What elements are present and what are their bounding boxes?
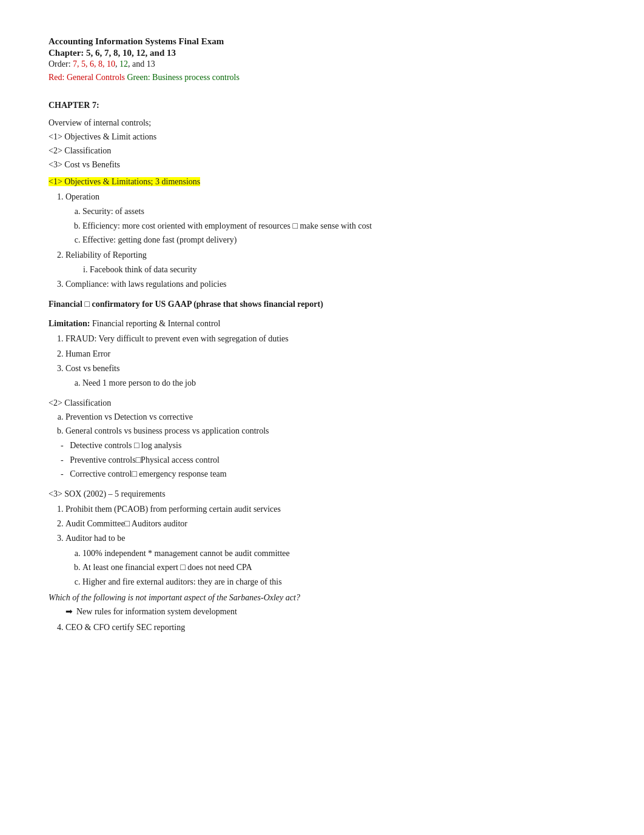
reliability-subitems: Facebook think of data security xyxy=(65,263,595,277)
operation-a-text: Security: of assets xyxy=(82,207,144,216)
order-12: 12 xyxy=(119,59,128,69)
reliability-label: Reliability of Reporting xyxy=(65,250,147,260)
classification-a: Prevention vs Detection vs corrective xyxy=(65,411,595,424)
sox-list-4: CEO & CFO certify SEC reporting xyxy=(49,621,595,634)
limitation-2: Human Error xyxy=(65,347,595,361)
limitation-list: FRAUD: Very difficult to prevent even wi… xyxy=(49,332,595,391)
sox-3c: Higher and fire external auditors: they … xyxy=(82,575,595,589)
classification-label: <2> Classification xyxy=(49,397,595,409)
main-title: Accounting Information Systems Final Exa… xyxy=(49,36,595,47)
classification-list: Prevention vs Detection vs corrective Ge… xyxy=(49,411,595,438)
financial-line: Financial □ confirmatory for US GAAP (ph… xyxy=(49,298,595,311)
limitation-1: FRAUD: Very difficult to prevent even wi… xyxy=(65,332,595,346)
operation-subitems: Security: of assets Efficiency: more cos… xyxy=(65,205,595,247)
legend-red: Red: General Controls xyxy=(49,73,125,82)
operation-item: Operation Security: of assets Efficiency… xyxy=(65,190,595,247)
dash-detective: Detective controls □ log analysis xyxy=(61,439,595,452)
limitation-label: Limitation: xyxy=(49,319,90,328)
page-title: Accounting Information Systems Final Exa… xyxy=(49,36,595,69)
dash-preventive: Preventive controls□Physical access cont… xyxy=(61,454,595,467)
limitation-3a-text: Need 1 more person to do the job xyxy=(82,378,196,387)
main-list: Operation Security: of assets Efficiency… xyxy=(49,190,595,292)
sox-3b-text: At least one financial expert □ does not… xyxy=(82,563,252,572)
sox-3a: 100% independent * management cannot be … xyxy=(82,547,595,560)
classification-a-text: Prevention vs Detection vs corrective xyxy=(65,412,193,421)
operation-a: Security: of assets xyxy=(82,205,595,218)
limitation-3: Cost vs benefits Need 1 more person to d… xyxy=(65,362,595,391)
sox-1-text: Prohibit them (PCAOB) from performing ce… xyxy=(65,505,281,514)
compliance-text: Compliance: with laws regulations and po… xyxy=(65,280,227,289)
operation-b-text: Efficiency: more cost oriented with empl… xyxy=(82,221,372,230)
dash-corrective: Corrective control□ emergency response t… xyxy=(61,468,595,481)
objectives-highlight: <1> Objectives & Limitations; 3 dimensio… xyxy=(49,177,200,186)
legend-green: Green: Business process controls xyxy=(125,73,240,82)
classification-section: <2> Classification Prevention vs Detecti… xyxy=(49,397,595,481)
objectives-highlight-wrapper: <1> Objectives & Limitations; 3 dimensio… xyxy=(49,177,595,187)
sox-arrow-item: ➡ New rules for information system devel… xyxy=(65,605,595,619)
arrow-icon: ➡ xyxy=(65,605,73,619)
compliance-item: Compliance: with laws regulations and po… xyxy=(65,278,595,291)
order-numbers: 7, 5, 6, 8, 10 xyxy=(73,59,115,69)
item-1: <1> Objectives & Limit actions xyxy=(49,130,595,143)
order-label: Order: xyxy=(49,59,73,69)
item-3: <3> Cost vs Benefits xyxy=(49,158,595,171)
sox-arrow-text: New rules for information system develop… xyxy=(76,605,237,619)
overview-text: Overview of internal controls; xyxy=(49,116,595,129)
limitation-3-text: Cost vs benefits xyxy=(65,364,119,373)
sox-2: Audit Committee□ Auditors auditor xyxy=(65,517,595,531)
limitation-header: Limitation: Financial reporting & Intern… xyxy=(49,317,595,330)
operation-label: Operation xyxy=(65,192,99,201)
limitation-1-text: FRAUD: Very difficult to prevent even wi… xyxy=(65,334,289,343)
sox-3-text: Auditor had to be xyxy=(65,534,125,543)
classification-b-text: General controls vs business process vs … xyxy=(65,426,269,435)
sox-4-text: CEO & CFO certify SEC reporting xyxy=(65,623,185,632)
operation-c: Effective: getting done fast (prompt del… xyxy=(82,233,595,247)
limitation-text: Financial reporting & Internal control xyxy=(92,319,221,328)
sox-3-sub: 100% independent * management cannot be … xyxy=(65,547,595,589)
order-and13: , and 13 xyxy=(128,59,155,69)
operation-b: Efficiency: more cost oriented with empl… xyxy=(82,220,595,233)
order-line: Order: 7, 5, 6, 8, 10, 12, and 13 xyxy=(49,59,595,69)
sox-3: Auditor had to be 100% independent * man… xyxy=(65,532,595,589)
limitation-3-sub: Need 1 more person to do the job xyxy=(65,377,595,390)
limitation-3a: Need 1 more person to do the job xyxy=(82,377,595,390)
dash-corrective-text: Corrective control□ emergency response t… xyxy=(70,469,227,478)
classification-dash-list: Detective controls □ log analysis Preven… xyxy=(49,439,595,481)
item-2: <2> Classification xyxy=(49,144,595,157)
reliability-item: Reliability of Reporting Facebook think … xyxy=(65,249,595,277)
chapter7-heading: CHAPTER 7: xyxy=(49,101,595,110)
sox-list: Prohibit them (PCAOB) from performing ce… xyxy=(49,503,595,589)
legend-line: Red: General Controls Green: Business pr… xyxy=(49,73,595,82)
dash-detective-text: Detective controls □ log analysis xyxy=(70,441,181,450)
reliability-i-text: Facebook think of data security xyxy=(90,265,197,274)
sox-2-text: Audit Committee□ Auditors auditor xyxy=(65,519,187,528)
limitation-section: Limitation: Financial reporting & Intern… xyxy=(49,317,595,391)
classification-b: General controls vs business process vs … xyxy=(65,424,595,438)
limitation-2-text: Human Error xyxy=(65,349,110,358)
order-sep: , xyxy=(115,59,119,69)
sox-3b: At least one financial expert □ does not… xyxy=(82,561,595,574)
sox-section: <3> SOX (2002) – 5 requirements Prohibit… xyxy=(49,488,595,635)
reliability-i: Facebook think of data security xyxy=(90,263,595,277)
sox-3c-text: Higher and fire external auditors: they … xyxy=(82,577,282,586)
operation-c-text: Effective: getting done fast (prompt del… xyxy=(82,235,236,244)
sox-3a-text: 100% independent * management cannot be … xyxy=(82,549,290,558)
sox-1: Prohibit them (PCAOB) from performing ce… xyxy=(65,503,595,516)
sox-4: CEO & CFO certify SEC reporting xyxy=(65,621,595,634)
sox-label: <3> SOX (2002) – 5 requirements xyxy=(49,488,595,500)
dash-preventive-text: Preventive controls□Physical access cont… xyxy=(70,455,220,464)
chapter7-section: CHAPTER 7: Overview of internal controls… xyxy=(49,101,595,635)
sox-italic-question: Which of the following is not important … xyxy=(49,591,595,604)
chapter-line: Chapter: 5, 6, 7, 8, 10, 12, and 13 xyxy=(49,48,595,58)
